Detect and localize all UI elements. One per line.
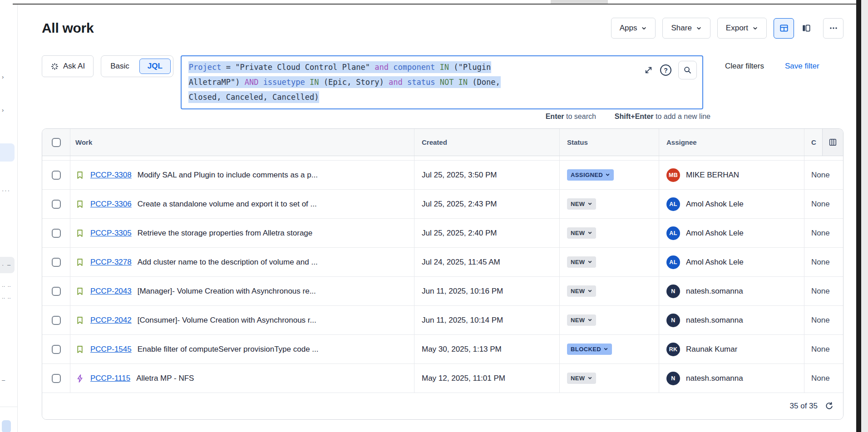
assignee-name: natesh.somanna (686, 287, 743, 296)
created-cell: May 30, 2025, 1:13 PM (414, 335, 560, 363)
extra-cell: None (804, 306, 843, 334)
search-hint: Enter to search Shift+Enter to add a new… (42, 113, 710, 123)
assignee-name: Amol Ashok Lele (686, 258, 744, 267)
table-view-button[interactable] (774, 18, 794, 39)
share-button[interactable]: Share (662, 18, 710, 39)
created-value: May 12, 2025, 11:01 PM (422, 374, 505, 383)
work-cell: PCCP-3306 Create a standalone volume and… (70, 190, 414, 218)
export-button[interactable]: Export (717, 18, 767, 39)
basic-mode-button[interactable]: Basic (101, 62, 138, 71)
column-header-created[interactable]: Created (414, 129, 560, 156)
status-dropdown[interactable]: NEW (567, 227, 596, 239)
row-checkbox[interactable] (52, 200, 61, 209)
save-filter-button[interactable]: Save filter (785, 62, 819, 71)
column-header-extra-label[interactable]: C (804, 129, 822, 156)
assignee-cell: AL Amol Ashok Lele (659, 190, 804, 218)
status-label: ASSIGNED (571, 172, 603, 178)
chevron-down-icon (605, 172, 610, 177)
status-dropdown[interactable]: NEW (567, 256, 596, 268)
search-icon (683, 66, 692, 74)
row-checkbox-cell (42, 219, 70, 247)
detail-view-button[interactable] (796, 18, 816, 39)
chevron-down-icon (587, 289, 592, 294)
jql-toolbar: ? (644, 61, 697, 79)
sidebar-active-item[interactable] (0, 143, 15, 162)
story-icon (75, 345, 84, 354)
created-value: Jul 25, 2025, 2:40 PM (422, 229, 497, 238)
row-checkbox[interactable] (52, 316, 61, 325)
select-all-checkbox[interactable] (52, 138, 61, 147)
status-dropdown[interactable]: BLOCKED (567, 344, 612, 355)
sidebar-cutoff: › › ··· · – ‥ ‥ ‥ ‥ – (0, 5, 18, 432)
column-header-status[interactable]: Status (560, 129, 659, 156)
status-cell: NEW (560, 277, 659, 305)
status-label: NEW (571, 375, 585, 382)
extra-value: None (811, 258, 830, 267)
sidebar-bottom-item[interactable] (2, 420, 11, 432)
status-dropdown[interactable]: ASSIGNED (567, 169, 614, 181)
issue-key-link[interactable]: PCCP-1545 (90, 345, 132, 354)
scrolled-row-sliver (42, 156, 843, 161)
created-value: Jun 11, 2025, 10:14 PM (422, 316, 503, 325)
work-cell: PCCP-2043 [Manager]- Volume Creation wit… (70, 277, 414, 305)
status-label: NEW (571, 230, 585, 236)
status-cell: NEW (560, 306, 659, 334)
story-icon (75, 200, 84, 209)
chevron-right-icon[interactable]: › (2, 107, 4, 113)
created-value: May 30, 2025, 1:13 PM (422, 345, 502, 354)
issue-key-link[interactable]: PCCP-2043 (90, 287, 132, 296)
row-checkbox[interactable] (52, 229, 61, 238)
work-cell: PCCP-1115 Alletra MP - NFS (70, 364, 414, 393)
row-checkbox[interactable] (52, 171, 61, 180)
sidebar-text-fragment: ‥ ‥ (2, 294, 11, 300)
jql-input[interactable]: Project = "Private Cloud Control Plane" … (181, 55, 703, 109)
issue-key-link[interactable]: PCCP-1115 (90, 374, 130, 383)
column-header-assignee[interactable]: Assignee (659, 129, 804, 156)
issue-key-link[interactable]: PCCP-3278 (90, 258, 132, 267)
table-row: PCCP-1115 Alletra MP - NFS May 12, 2025,… (42, 364, 843, 393)
avatar: N (666, 285, 680, 298)
window-artifact (551, 0, 608, 4)
clear-filters-button[interactable]: Clear filters (725, 62, 764, 71)
issue-summary: Add cluster name to the description of v… (138, 258, 318, 267)
row-checkbox[interactable] (52, 258, 61, 267)
jql-mode-button[interactable]: JQL (139, 59, 171, 74)
issue-key-link[interactable]: PCCP-3305 (90, 229, 132, 238)
assignee-name: Amol Ashok Lele (686, 200, 744, 209)
extra-value: None (811, 374, 830, 383)
issue-key-link[interactable]: PCCP-3306 (90, 200, 132, 209)
chevron-right-icon[interactable]: › (2, 74, 4, 80)
status-dropdown[interactable]: NEW (567, 373, 596, 384)
status-dropdown[interactable]: NEW (567, 198, 596, 210)
refresh-button[interactable] (824, 402, 834, 411)
search-button[interactable] (678, 61, 697, 79)
apps-button[interactable]: Apps (611, 18, 656, 39)
hint-enter-text: to search (566, 113, 596, 120)
row-checkbox-cell (42, 364, 70, 393)
status-dropdown[interactable]: NEW (567, 314, 596, 326)
expand-icon[interactable] (644, 65, 653, 75)
help-icon[interactable]: ? (660, 64, 671, 76)
column-settings-button[interactable] (822, 129, 843, 156)
avatar: N (666, 314, 680, 327)
table-footer: 35 of 35 (42, 393, 843, 419)
ask-ai-button[interactable]: Ask AI (42, 55, 94, 77)
more-button[interactable] (823, 18, 843, 39)
hint-shift-text: to add a new line (656, 113, 710, 120)
share-button-label: Share (671, 24, 691, 33)
status-dropdown[interactable]: NEW (567, 285, 596, 297)
more-icon (829, 24, 838, 33)
row-checkbox[interactable] (52, 345, 61, 354)
assignee-cell: N natesh.somanna (659, 364, 804, 393)
row-checkbox[interactable] (52, 374, 61, 383)
chevron-down-icon (587, 231, 592, 236)
extra-cell: None (804, 277, 843, 305)
table-row: PCCP-3305 Retrieve the storage propertie… (42, 219, 843, 248)
window-right-edge (856, 0, 861, 432)
issue-key-link[interactable]: PCCP-2042 (90, 316, 132, 325)
row-checkbox[interactable] (52, 287, 61, 296)
issue-key-link[interactable]: PCCP-3308 (90, 171, 132, 180)
column-header-work[interactable]: Work (70, 129, 414, 156)
sparkle-burst-icon (50, 62, 59, 71)
header-actions: Apps Share Export (611, 18, 843, 39)
